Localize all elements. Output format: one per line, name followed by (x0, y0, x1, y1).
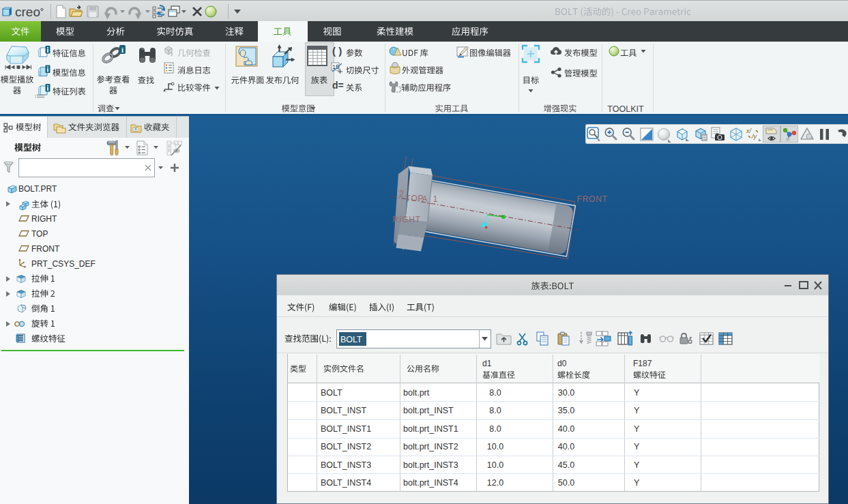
svg-text:RIGHT: RIGHT (31, 214, 57, 224)
svg-text:30.0: 30.0 (558, 388, 574, 398)
svg-text:d=: d= (332, 80, 344, 91)
svg-text:8.0: 8.0 (489, 406, 501, 415)
svg-text:Y: Y (634, 442, 640, 451)
svg-text:TOP: TOP (31, 229, 48, 239)
svg-text:Y: Y (634, 478, 640, 488)
svg-text:i: i (121, 46, 123, 54)
svg-text:35.0: 35.0 (558, 406, 574, 415)
svg-text:BOLT_INST2: BOLT_INST2 (321, 442, 371, 451)
svg-text:BOLT.PRT: BOLT.PRT (18, 184, 57, 194)
svg-text:d0: d0 (557, 359, 567, 368)
svg-text:Y: Y (634, 424, 640, 434)
svg-text:8.0: 8.0 (489, 388, 501, 398)
svg-text:10.0: 10.0 (487, 460, 503, 470)
svg-text:d1: d1 (482, 359, 492, 368)
svg-text:bolt.prt: bolt.prt (403, 388, 430, 398)
svg-text:TOOLKIT: TOOLKIT (607, 104, 644, 114)
svg-text:40.0: 40.0 (558, 424, 574, 434)
svg-text:bolt.prt_INST4: bolt.prt_INST4 (403, 478, 458, 488)
svg-text:BOLT: BOLT (340, 335, 362, 344)
svg-text:BOLT_INST4: BOLT_INST4 (321, 478, 371, 488)
svg-text:FRONT: FRONT (31, 244, 60, 254)
svg-text:F187: F187 (633, 359, 652, 368)
svg-text:Y: Y (634, 460, 640, 470)
svg-text:BOLT_INST1: BOLT_INST1 (321, 424, 371, 434)
svg-text:10.0: 10.0 (487, 442, 503, 451)
svg-text:BOLT_INST3: BOLT_INST3 (321, 460, 371, 470)
svg-text:PRT_CSYS_DEF: PRT_CSYS_DEF (31, 259, 96, 269)
svg-text:Y: Y (634, 388, 640, 398)
svg-text:40.0: 40.0 (558, 442, 574, 451)
svg-text:8.0: 8.0 (489, 424, 501, 434)
svg-text:( ): ( ) (332, 45, 342, 57)
svg-text:BOLT_INST: BOLT_INST (321, 406, 367, 415)
svg-text:bolt.prt_INST: bolt.prt_INST (403, 406, 454, 415)
svg-text:12.0: 12.0 (487, 478, 503, 488)
svg-text:Y: Y (634, 406, 640, 415)
svg-text:50.0: 50.0 (558, 478, 574, 488)
svg-text:bolt.prt_INST1: bolt.prt_INST1 (403, 424, 458, 434)
svg-text:bolt.prt_INST2: bolt.prt_INST2 (403, 442, 458, 451)
svg-text:creo: creo (15, 5, 40, 19)
svg-text:45.0: 45.0 (558, 460, 574, 470)
svg-text:BOLT: BOLT (321, 388, 342, 398)
svg-text:bolt.prt_INST3: bolt.prt_INST3 (403, 460, 458, 470)
svg-text:/y: /y (751, 133, 757, 140)
svg-text:✳: ✳ (134, 126, 138, 132)
